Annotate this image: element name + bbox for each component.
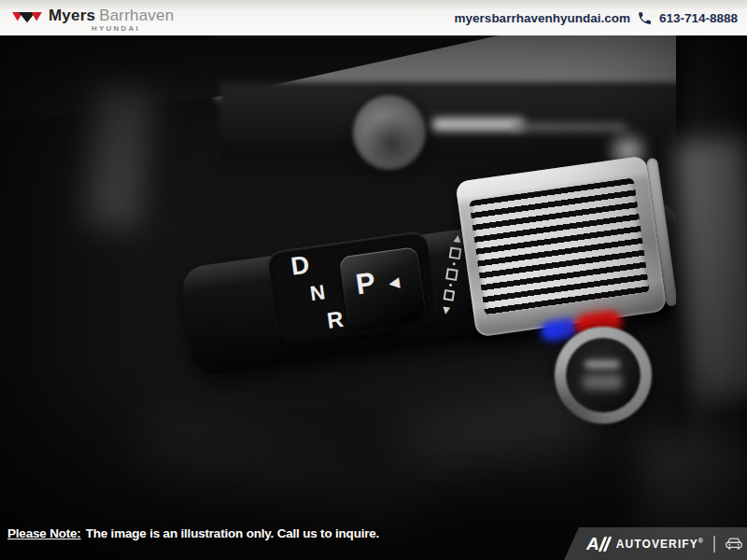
autoverify-name: AUTOVERIFY xyxy=(616,538,698,551)
registered-trademark: ® xyxy=(698,538,704,544)
dealer-logo-text: MyersBarrhaven HYUNDAI xyxy=(49,4,174,33)
disclaimer-text: The image is an illustration only. Call … xyxy=(86,526,380,540)
badge-divider xyxy=(713,536,715,553)
phone-icon xyxy=(637,10,653,26)
myers-diamond-icon xyxy=(11,7,43,27)
logo-name-light: Barrhaven xyxy=(99,7,174,24)
header-bar: MyersBarrhaven HYUNDAI myersbarrhavenhyu… xyxy=(0,0,747,35)
dealer-vehicle-image: MyersBarrhaven HYUNDAI myersbarrhavenhyu… xyxy=(0,0,747,560)
disclaimer-label: Please Note: xyxy=(7,526,81,540)
logo-brand-hyundai: HYUNDAI xyxy=(92,25,174,33)
logo-name-bold: Myers xyxy=(49,7,95,24)
vehicle-photo: D N R P ◀ ▲ ▼ xyxy=(0,35,747,560)
autoverify-mark-letter: A xyxy=(586,535,599,553)
car-icon xyxy=(725,537,743,551)
header-phone: 613-714-8888 xyxy=(659,11,738,25)
photo-vignette xyxy=(0,35,747,560)
autoverify-badge: A AUTOVERIFY® xyxy=(564,527,747,560)
disclaimer-note: Please Note:The image is an illustration… xyxy=(7,526,379,540)
autoverify-wordmark: AUTOVERIFY® xyxy=(616,538,704,551)
dealer-logo: MyersBarrhaven HYUNDAI xyxy=(0,4,174,33)
header-website: myersbarrhavenhyundai.com xyxy=(455,11,630,25)
autoverify-logo-icon: A xyxy=(586,535,609,553)
header-contact: myersbarrhavenhyundai.com 613-714-8888 xyxy=(455,10,747,26)
